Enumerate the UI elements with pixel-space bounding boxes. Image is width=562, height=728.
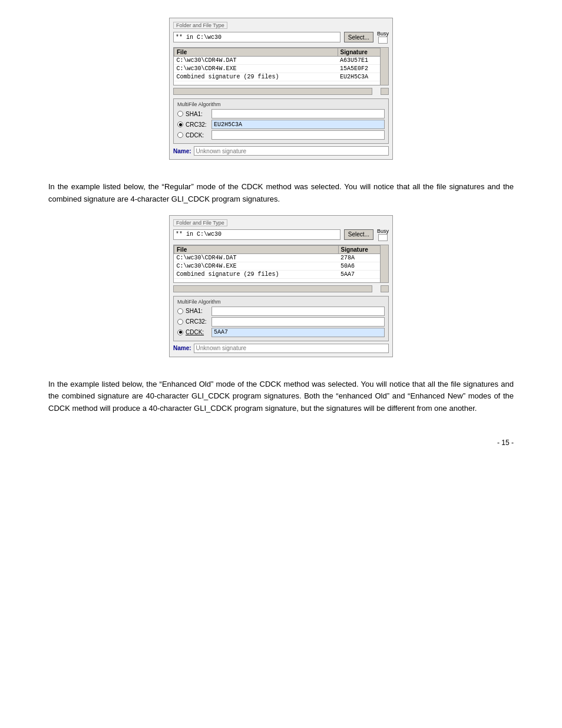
widget2-crc32-label: CRC32: — [186, 318, 209, 325]
file-cell: C:\wc30\CDR4W.DAT — [174, 253, 339, 262]
table-row: C:\wc30\CDR4W.DATA63U57E1 — [174, 57, 388, 65]
file-cell: C:\wc30\CDR4W.EXE — [174, 65, 338, 73]
widget2-file-table: File Signature C:\wc30\CDR4W.DAT278AC:\w… — [174, 245, 388, 279]
widget1-folder-input[interactable] — [173, 32, 340, 42]
widget1-crc32-input[interactable] — [211, 120, 385, 129]
widget1-sha1-row: SHA1: — [177, 109, 385, 118]
widget1-name-input[interactable] — [194, 146, 389, 156]
widget1-crc32-row: CRC32: — [177, 120, 385, 129]
widget2-sha1-input[interactable] — [211, 307, 385, 316]
widget1-busy-indicator — [378, 37, 388, 44]
widget2-crc32-input[interactable] — [211, 317, 385, 327]
widget1: Folder and File Type Select... Busy File… — [169, 18, 393, 160]
widget1-algo-section: MultiFile Algorithm SHA1: CRC32: CDCK: — [173, 98, 389, 144]
widget2-name-label: Name: — [173, 345, 191, 351]
widget2-algo-title: MultiFile Algorithm — [177, 299, 385, 305]
widget2-name-input[interactable] — [194, 344, 389, 353]
widget2-sha1-row: SHA1: — [177, 307, 385, 316]
widget1-select-button[interactable]: Select... — [344, 32, 373, 42]
widget1-col-file: File — [174, 48, 338, 57]
widget2-scrollbar-corner — [381, 285, 389, 292]
widget2-select-button[interactable]: Select... — [344, 229, 373, 240]
widget2-busy-indicator — [378, 234, 388, 241]
widget1-scrollbar-h-area — [173, 88, 389, 95]
widget1-sha1-radio[interactable] — [177, 111, 183, 117]
file-cell: C:\wc30\CDR4W.EXE — [174, 262, 339, 270]
widget2: Folder and File Type Select... Busy File… — [169, 215, 393, 357]
widget2-col-file: File — [174, 245, 339, 253]
widget1-crc32-radio[interactable] — [177, 121, 183, 127]
widget1-sha1-label: SHA1: — [186, 111, 209, 117]
widget1-busy-label: Busy — [377, 31, 389, 37]
widget1-crc32-label: CRC32: — [186, 121, 209, 128]
widget1-algo-title: MultiFile Algorithm — [177, 101, 385, 107]
widget2-sha1-radio[interactable] — [177, 308, 183, 314]
widget2-scrollbar-h-area — [173, 285, 389, 292]
widget1-scrollbar-v[interactable] — [380, 48, 388, 85]
widget2-busy-label: Busy — [377, 228, 389, 234]
widget2-folder-label: Folder and File Type — [173, 219, 227, 226]
widget2-wrapper: Folder and File Type Select... Busy File… — [48, 215, 514, 368]
table-row: C:\wc30\CDR4W.DAT278A — [174, 253, 388, 262]
widget1-scrollbar-h[interactable] — [173, 88, 372, 95]
paragraph1: In the example listed below, the “Regula… — [48, 181, 514, 206]
file-cell: Combined signature (29 files) — [174, 73, 338, 81]
widget1-folder-label: Folder and File Type — [173, 22, 227, 29]
widget1-scrollbar-corner — [381, 88, 389, 95]
file-cell: Combined signature (29 files) — [174, 270, 339, 278]
page-content: Folder and File Type Select... Busy File… — [48, 18, 514, 447]
widget2-name-row: Name: — [173, 344, 389, 353]
widget1-cdck-input[interactable] — [211, 130, 385, 140]
widget2-cdck-label: CDCK: — [186, 329, 209, 335]
widget2-crc32-row: CRC32: — [177, 317, 385, 327]
widget1-wrapper: Folder and File Type Select... Busy File… — [48, 18, 514, 170]
widget1-cdck-label: CDCK: — [186, 132, 209, 139]
widget1-busy-area: Busy — [377, 31, 389, 44]
page-number: - 15 - — [48, 439, 514, 447]
table-row: Combined signature (29 files)5AA7 — [174, 270, 388, 278]
widget2-sha1-label: SHA1: — [186, 308, 209, 314]
paragraph2: In the example listed below, the “Enhanc… — [48, 378, 514, 415]
widget2-cdck-radio[interactable] — [177, 330, 183, 335]
widget2-algo-section: MultiFile Algorithm SHA1: CRC32: CDCK: — [173, 296, 389, 341]
widget2-busy-area: Busy — [377, 228, 389, 241]
table-row: C:\wc30\CDR4W.EXE50A6 — [174, 262, 388, 270]
widget2-cdck-row: CDCK: — [177, 328, 385, 337]
widget1-file-table: File Signature C:\wc30\CDR4W.DATA63U57E1… — [174, 48, 388, 81]
widget2-file-table-container: File Signature C:\wc30\CDR4W.DAT278AC:\w… — [173, 245, 389, 283]
widget2-scrollbar-v[interactable] — [380, 245, 388, 282]
widget2-crc32-radio[interactable] — [177, 319, 183, 325]
widget1-name-label: Name: — [173, 148, 191, 154]
file-cell: C:\wc30\CDR4W.DAT — [174, 57, 338, 65]
widget2-folder-row: Select... Busy — [173, 228, 389, 241]
widget1-cdck-row: CDCK: — [177, 130, 385, 140]
widget1-folder-row: Select... Busy — [173, 31, 389, 44]
widget2-folder-input[interactable] — [173, 229, 340, 240]
widget2-scrollbar-h[interactable] — [173, 285, 372, 292]
widget2-cdck-input[interactable] — [211, 328, 385, 337]
widget1-name-row: Name: — [173, 146, 389, 156]
table-row: C:\wc30\CDR4W.EXE15A5E0F2 — [174, 65, 388, 73]
widget1-sha1-input[interactable] — [211, 109, 385, 118]
table-row: Combined signature (29 files)EU2H5C3A — [174, 73, 388, 81]
widget1-cdck-radio[interactable] — [177, 132, 183, 138]
widget1-file-table-container: File Signature C:\wc30\CDR4W.DATA63U57E1… — [173, 47, 389, 85]
